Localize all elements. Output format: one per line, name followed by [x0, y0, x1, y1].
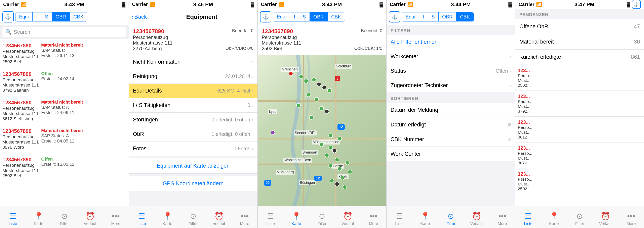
list-item-1-3[interactable]: 1234567890 Personenaufzug Musterstrasse …: [0, 96, 129, 125]
tab-liste-4[interactable]: ☰ Liste: [389, 212, 410, 226]
detail-row-is-taetigkeiten[interactable]: I / S Tätigkeiten 0 ›: [129, 98, 258, 113]
seg-i-4[interactable]: I: [419, 12, 428, 21]
sort-row-datum-erledigt[interactable]: Datum erledigt ≡: [386, 117, 515, 132]
seg-obr-4[interactable]: OBR: [438, 12, 456, 21]
seg-obr-1[interactable]: OBR: [52, 12, 70, 21]
tab-more-3[interactable]: ••• More: [364, 212, 384, 226]
p5-list-item-3[interactable]: 123... Perso... Must... 3612...: [515, 117, 644, 143]
pendenzen-value-0: 47: [634, 23, 640, 30]
seg-s-3[interactable]: S: [299, 12, 310, 21]
pendenzen-row-material[interactable]: Material bereit 30: [515, 34, 644, 50]
map-label-seedorf: Seedorf (BE): [294, 130, 316, 135]
p5-list-item-1[interactable]: 123... Perso... Must... 2502...: [515, 65, 644, 91]
tab-more-4[interactable]: ••• More: [492, 212, 512, 226]
tab-more-2[interactable]: ••• More: [234, 212, 255, 226]
gps-btn[interactable]: GPS-Koordinaten ändern: [129, 176, 258, 191]
detail-row-obr[interactable]: ObR 1 erledigt, 0 offen ›: [129, 127, 258, 142]
detail-row-fotos[interactable]: Fotos 0 Fotos ›: [129, 142, 258, 156]
tab-karte-1[interactable]: 📍 Karte: [28, 212, 49, 226]
tab-liste-3[interactable]: ☰ Liste: [260, 212, 280, 226]
equip-karte-btn[interactable]: Equipment auf Karte anzeigen: [129, 158, 258, 174]
p5-list-item-4[interactable]: 123... Perso... Must... 3076...: [515, 143, 644, 168]
filter-remove-all-btn[interactable]: Alle Filter entfernen: [386, 35, 515, 49]
pendenzen-row-obr[interactable]: Offene ObR 47: [515, 19, 644, 34]
detail-row-reinigung[interactable]: Reinigung 23.01.2014 ›: [129, 69, 258, 84]
back-button-2[interactable]: ‹ Back: [131, 13, 147, 21]
sort-handle-1[interactable]: ≡: [508, 121, 511, 128]
seg-s-4[interactable]: S: [428, 12, 438, 21]
anchor-button-5[interactable]: ⚓: [632, 0, 641, 9]
tab-bar-3: ☰ Liste 📍 Karte ⊙ Filter ⏰ Verlauf ••• M…: [258, 206, 386, 228]
seg-equi-3[interactable]: Equi: [273, 12, 290, 21]
tab-liste-1[interactable]: ☰ Liste: [3, 212, 23, 226]
anchor-button-1[interactable]: ⚓: [2, 11, 14, 22]
list-item-status-1-4: Material nicht bereit: [41, 128, 83, 133]
seg-i-3[interactable]: I: [290, 12, 299, 21]
seg-i-1[interactable]: I: [32, 12, 42, 21]
detail-row-chevron-5: ›: [252, 131, 254, 137]
wifi-icon-4: 📶: [407, 1, 413, 7]
list-item-id-1-5: 1234567890: [2, 157, 39, 163]
detail-row-label-5: ObR: [133, 131, 144, 137]
p5-list-item-5[interactable]: 123... Perso... Must... 2502...: [515, 168, 644, 194]
sort-row-workcenter[interactable]: Work Center ≡: [386, 147, 515, 161]
tab-verlauf-4[interactable]: ⏰ Verlauf: [466, 212, 486, 226]
seg-equi-4[interactable]: Equi: [402, 12, 419, 21]
filter-row-techniker[interactable]: Zugeordneter Techniker ›: [386, 78, 515, 93]
time-3: 3:43 PM: [322, 1, 342, 8]
segment-control-3[interactable]: Equi I S OBR CBK: [273, 12, 345, 21]
list-item-1-5[interactable]: 1234567890 Personenaufzug Musterstrasse …: [0, 153, 129, 182]
tab-more-1[interactable]: ••• More: [106, 212, 126, 226]
tab-liste-2[interactable]: ☰ Liste: [132, 212, 152, 226]
tab-verlauf-1[interactable]: ⏰ Verlauf: [80, 212, 100, 226]
seg-cbk-3[interactable]: CBK: [328, 12, 345, 21]
seg-cbk-1[interactable]: CBK: [70, 12, 87, 21]
sort-handle-2[interactable]: ≡: [508, 136, 511, 143]
seg-cbk-4[interactable]: CBK: [456, 12, 474, 21]
sort-handle-0[interactable]: ≡: [508, 107, 511, 113]
tab-verlauf-3[interactable]: ⏰ Verlauf: [338, 212, 358, 226]
p5-list-item-2[interactable]: 123... Perso... Must... 3792...: [515, 91, 644, 117]
tab-karte-2[interactable]: 📍 Karte: [158, 212, 178, 226]
list-item-1-1[interactable]: 1234567890 Personenaufzug Musterstrasse …: [0, 39, 129, 68]
sort-row-cbk[interactable]: CBK Nummer ≡: [386, 132, 515, 147]
search-input-wrap-1[interactable]: 🔍 Search: [2, 27, 126, 37]
detail-row-stoerungen[interactable]: Störungen 0 erledigt, 0 offen ›: [129, 113, 258, 127]
detail-row-value-0: ›: [252, 59, 254, 65]
search-placeholder-1: Search: [14, 29, 30, 35]
seg-equi-1[interactable]: Equi: [16, 12, 32, 21]
wifi-icon-5: 📶: [536, 1, 542, 7]
seg-s-1[interactable]: S: [42, 12, 52, 21]
detail-row-nicht-konform[interactable]: Nicht Konformitäten ›: [129, 55, 258, 69]
segment-control-4[interactable]: Equi I S OBR CBK: [402, 12, 474, 21]
pendenzen-row-erledigt[interactable]: Kürzlich erledigte 861: [515, 50, 644, 65]
tab-karte-5[interactable]: 📍 Karte: [544, 212, 564, 226]
tab-karte-3[interactable]: 📍 Karte: [286, 212, 306, 226]
tab-label-karte-4: Karte: [420, 221, 430, 226]
tab-filter-2[interactable]: ⊙ Filter: [183, 212, 203, 226]
sort-handle-3[interactable]: ≡: [508, 151, 511, 157]
sort-row-datum-meldung[interactable]: Datum der Meldung ≡: [386, 103, 515, 117]
tab-verlauf-5[interactable]: ⏰ Verlauf: [595, 212, 616, 226]
seg-obr-3[interactable]: OBR: [310, 12, 328, 21]
tab-more-5[interactable]: ••• More: [621, 212, 641, 226]
detail-row-equi-details[interactable]: Equi Details 625 KG, 4 Halt ›: [129, 84, 258, 98]
filter-row-status[interactable]: Status Offen ›: [386, 64, 515, 78]
battery-icon-1: ▓: [122, 1, 126, 7]
tab-filter-5[interactable]: ⊙ Filter: [570, 212, 590, 226]
anchor-button-4[interactable]: ⚓: [389, 11, 400, 22]
list-item-1-4[interactable]: 1234567890 Personenaufzug Musterstrasse …: [0, 125, 129, 153]
tab-filter-3[interactable]: ⊙ Filter: [312, 212, 332, 226]
tab-filter-4[interactable]: ⊙ Filter: [441, 212, 461, 226]
tab-karte-4[interactable]: 📍 Karte: [415, 212, 435, 226]
filter-row-workcenter[interactable]: Workcenter ›: [386, 49, 515, 64]
map-container[interactable]: Grenchen Solothurn Lyss Seedorf (BE) Müc…: [258, 55, 386, 206]
tab-filter-1[interactable]: ⊙ Filter: [54, 212, 74, 226]
segment-control-1[interactable]: Equi I S OBR CBK: [15, 12, 87, 21]
tab-liste-5[interactable]: ☰ Liste: [518, 212, 538, 226]
tab-label-filter-1: Filter: [60, 221, 69, 226]
anchor-button-3[interactable]: ⚓: [260, 11, 271, 22]
detail-row-value-6: 0 Fotos ›: [234, 146, 254, 152]
list-item-1-2[interactable]: 1234567890 Personenaufzug Musterstrasse …: [0, 68, 129, 96]
tab-verlauf-2[interactable]: ⏰ Verlauf: [209, 212, 229, 226]
